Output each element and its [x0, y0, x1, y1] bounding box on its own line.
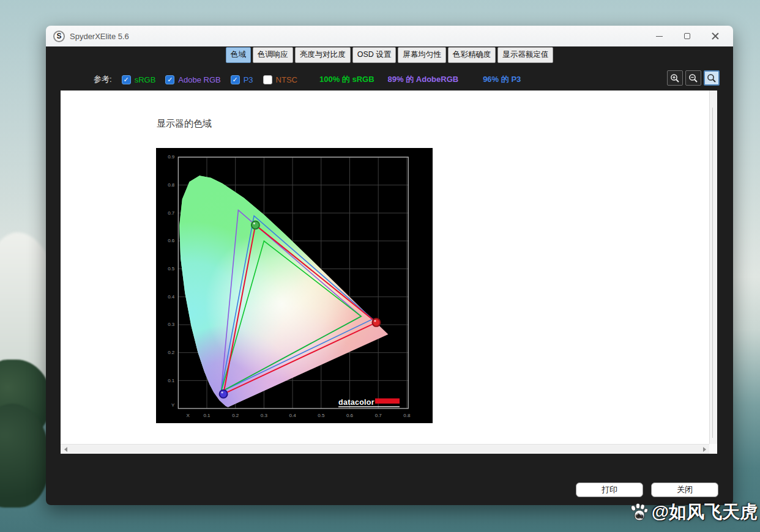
checkbox-ntsc[interactable]: NTSC: [263, 75, 297, 84]
reference-label: 参考:: [94, 74, 112, 85]
ntsc-label: NTSC: [276, 75, 297, 84]
primary-marker: [251, 221, 259, 229]
adobe-rgb-coverage-result: 89% 的 AdobeRGB: [388, 74, 459, 85]
srgb-checkbox-icon[interactable]: [122, 75, 131, 84]
watermark-handle: @如风飞天虎: [652, 500, 758, 525]
tab-osd-settings[interactable]: OSD 设置: [352, 47, 397, 63]
svg-text:0.1: 0.1: [168, 378, 175, 383]
tab-color-accuracy[interactable]: 色彩精确度: [448, 47, 496, 63]
svg-text:0.4: 0.4: [289, 413, 297, 418]
close-button[interactable]: [701, 26, 729, 46]
svg-text:0.2: 0.2: [232, 413, 239, 418]
svg-text:0.3: 0.3: [168, 322, 175, 327]
datacolor-logo: datacolor: [338, 398, 400, 407]
srgb-label: sRGB: [135, 75, 156, 84]
svg-text:0.1: 0.1: [203, 413, 210, 418]
primary-marker: [372, 319, 380, 327]
tab-tone-response[interactable]: 色调响应: [253, 47, 293, 63]
svg-text:0.7: 0.7: [375, 413, 382, 418]
app-window: S SpyderXElite 5.6 色域 色调响应 亮度与对比度 OSD 设置…: [46, 26, 733, 505]
close-dialog-button[interactable]: 关闭: [651, 482, 718, 497]
zoom-in-icon: [670, 73, 680, 83]
zoom-in-button[interactable]: [667, 70, 683, 86]
checkbox-srgb[interactable]: sRGB: [122, 75, 156, 84]
zoom-reset-icon: [707, 73, 717, 83]
zoom-reset-button[interactable]: [704, 70, 720, 86]
adobe-rgb-label: Adobe RGB: [178, 75, 220, 84]
svg-text:0.8: 0.8: [403, 413, 411, 418]
vertical-scrollbar[interactable]: [709, 91, 717, 444]
svg-text:0.5: 0.5: [168, 266, 175, 272]
datacolor-logo-underline: [338, 407, 400, 407]
svg-text:0.9: 0.9: [168, 154, 175, 160]
scroll-left-button[interactable]: [61, 445, 70, 454]
svg-text:Y: Y: [171, 402, 175, 408]
svg-text:0.3: 0.3: [261, 413, 268, 418]
p3-checkbox-icon[interactable]: [231, 75, 240, 84]
window-content: 色域 色调响应 亮度与对比度 OSD 设置 屏幕均匀性 色彩精确度 显示器额定值…: [46, 46, 733, 505]
p3-label: P3: [244, 75, 253, 84]
zoom-out-button[interactable]: [685, 70, 701, 86]
desktop: S SpyderXElite 5.6 色域 色调响应 亮度与对比度 OSD 设置…: [0, 0, 760, 532]
zoom-out-icon: [688, 73, 698, 83]
watermark: du @如风飞天虎: [629, 500, 758, 525]
svg-text:0.6: 0.6: [346, 413, 354, 418]
svg-text:0.4: 0.4: [168, 294, 175, 300]
print-button[interactable]: 打印: [576, 482, 643, 497]
tab-bar: 色域 色调响应 亮度与对比度 OSD 设置 屏幕均匀性 色彩精确度 显示器额定值: [46, 46, 733, 62]
checkbox-adobe-rgb[interactable]: Adobe RGB: [165, 75, 220, 84]
arrow-left-icon: [64, 447, 67, 452]
maximize-icon: [684, 33, 690, 39]
datacolor-logo-text: datacolor: [338, 398, 374, 407]
zoom-controls: [667, 70, 720, 86]
checkbox-p3[interactable]: P3: [231, 75, 253, 84]
close-icon: [712, 32, 719, 40]
page-title: 显示器的色域: [157, 118, 212, 130]
svg-text:0.7: 0.7: [168, 210, 175, 216]
svg-text:0.2: 0.2: [168, 350, 175, 355]
maximize-button[interactable]: [673, 26, 701, 46]
svg-text:0.5: 0.5: [318, 413, 325, 418]
arrow-right-icon: [703, 447, 706, 452]
svg-text:0.6: 0.6: [168, 238, 175, 243]
reference-toolbar: 参考: sRGB Adobe RGB P3 NTSC 100% 的: [46, 69, 733, 90]
adobe-rgb-checkbox-icon[interactable]: [165, 75, 174, 84]
primary-marker: [220, 390, 228, 398]
tab-gamut[interactable]: 色域: [226, 47, 251, 63]
app-logo-icon: S: [53, 31, 65, 42]
scroll-right-button[interactable]: [699, 445, 709, 454]
window-title: SpyderXElite 5.6: [70, 32, 129, 41]
svg-text:X: X: [187, 413, 190, 418]
svg-text:0.8: 0.8: [168, 182, 175, 188]
scrollbar-corner: [709, 444, 717, 454]
srgb-coverage-result: 100% 的 sRGB: [319, 74, 374, 85]
title-bar[interactable]: S SpyderXElite 5.6: [46, 26, 733, 46]
minimize-icon: [656, 36, 663, 37]
datacolor-logo-bar: [375, 399, 400, 404]
paw-badge-text: du: [636, 512, 643, 519]
report-panel: 显示器的色域: [61, 91, 717, 454]
spectral-locus-fill: [156, 148, 433, 423]
cie-chart-svg: 0.10.20.30.40.50.60.70.8X0.10.20.30.40.5…: [156, 148, 433, 423]
tab-brightness-contrast[interactable]: 亮度与对比度: [295, 47, 351, 63]
tab-monitor-ratings[interactable]: 显示器额定值: [497, 47, 553, 63]
p3-coverage-result: 96% 的 P3: [483, 74, 521, 85]
tab-screen-uniformity[interactable]: 屏幕均匀性: [398, 47, 446, 63]
ntsc-checkbox-icon[interactable]: [263, 75, 272, 84]
minimize-button[interactable]: [645, 26, 673, 46]
cie-chromaticity-chart: 0.10.20.30.40.50.60.70.8X0.10.20.30.40.5…: [156, 148, 433, 423]
paw-icon: du: [629, 503, 650, 522]
window-controls: [645, 26, 729, 46]
horizontal-scrollbar[interactable]: [61, 444, 709, 454]
